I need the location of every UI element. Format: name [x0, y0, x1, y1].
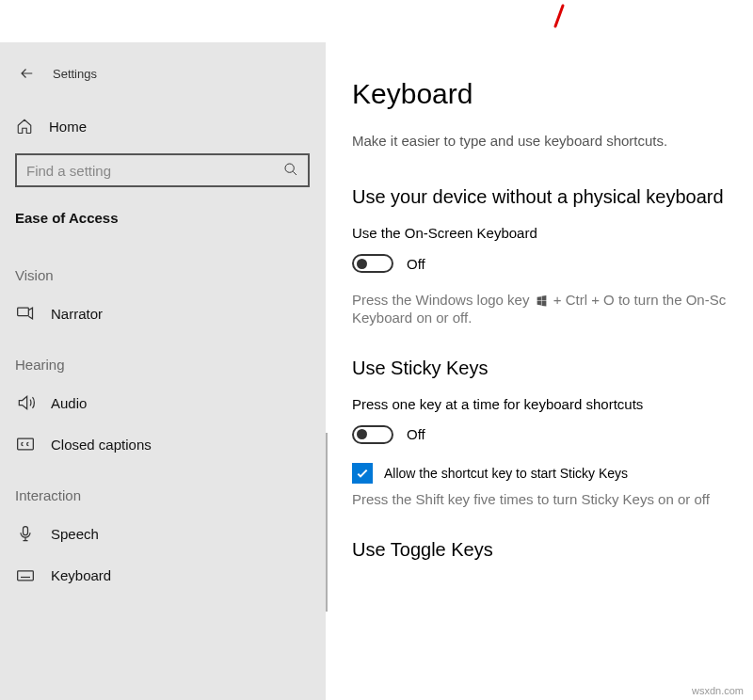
sidebar-item-label: Keyboard: [51, 567, 111, 583]
scroll-indicator[interactable]: [326, 433, 328, 612]
watermark: wsxdn.com: [692, 685, 744, 696]
sticky-label: Press one key at a time for keyboard sho…: [352, 396, 753, 412]
toggle-onscreen-keyboard[interactable]: [352, 254, 393, 273]
search-box[interactable]: [15, 153, 310, 187]
settings-window: Settings Home Ease of Access Vision Narr…: [0, 42, 753, 700]
group-hearing: Hearing: [0, 334, 325, 382]
back-button[interactable]: [11, 57, 43, 89]
group-interaction: Interaction: [0, 465, 325, 513]
search-input[interactable]: [26, 163, 283, 179]
home-icon: [15, 118, 34, 135]
checkbox-sticky-label: Allow the shortcut key to start Sticky K…: [384, 466, 628, 481]
svg-rect-4: [18, 571, 34, 581]
narrator-icon: [15, 304, 36, 323]
sidebar-item-label: Speech: [51, 526, 99, 542]
page-subtitle: Make it easier to type and use keyboard …: [352, 133, 753, 149]
keyboard-icon: [15, 565, 36, 584]
sidebar-item-label: Audio: [51, 395, 87, 411]
windows-logo-icon: [536, 294, 548, 310]
checkmark-icon: [355, 466, 370, 481]
onscreen-label: Use the On-Screen Keyboard: [352, 225, 753, 241]
search-icon: [283, 162, 298, 180]
page-title: Keyboard: [352, 78, 753, 110]
toggle-sticky-state: Off: [407, 426, 425, 442]
section-onscreen-heading: Use your device without a physical keybo…: [352, 186, 753, 208]
microphone-icon: [15, 524, 36, 543]
closed-captions-icon: [15, 435, 36, 453]
sidebar-item-keyboard[interactable]: Keyboard: [0, 554, 325, 596]
sidebar-item-closed-captions[interactable]: Closed captions: [0, 423, 325, 465]
checkbox-sticky-shortcut[interactable]: [352, 463, 373, 484]
sidebar-item-label: Closed captions: [51, 437, 152, 453]
onscreen-hint: Press the Windows logo key + Ctrl + O to…: [352, 292, 753, 326]
sidebar-item-speech[interactable]: Speech: [0, 513, 325, 554]
toggle-sticky-keys[interactable]: [352, 425, 393, 444]
window-title: Settings: [53, 67, 97, 81]
section-sticky-heading: Use Sticky Keys: [352, 358, 753, 379]
sidebar-item-label: Narrator: [51, 306, 103, 322]
sidebar-item-narrator[interactable]: Narrator: [0, 293, 325, 334]
sidebar: Settings Home Ease of Access Vision Narr…: [0, 42, 326, 700]
svg-point-0: [285, 164, 294, 172]
annotation-mark: [553, 4, 566, 28]
svg-rect-3: [24, 527, 28, 535]
audio-icon: [15, 393, 36, 412]
home-label: Home: [49, 119, 87, 135]
sidebar-item-home[interactable]: Home: [0, 108, 325, 144]
sticky-hint: Press the Shift key five times to turn S…: [352, 491, 753, 507]
svg-rect-2: [18, 438, 34, 450]
section-toggle-heading: Use Toggle Keys: [352, 539, 753, 561]
svg-rect-1: [18, 308, 29, 315]
toggle-onscreen-state: Off: [407, 256, 425, 272]
arrow-left-icon: [19, 65, 36, 82]
group-vision: Vision: [0, 245, 325, 293]
main-content: Keyboard Make it easier to type and use …: [326, 42, 753, 700]
sidebar-item-audio[interactable]: Audio: [0, 382, 325, 423]
section-title: Ease of Access: [0, 202, 325, 245]
